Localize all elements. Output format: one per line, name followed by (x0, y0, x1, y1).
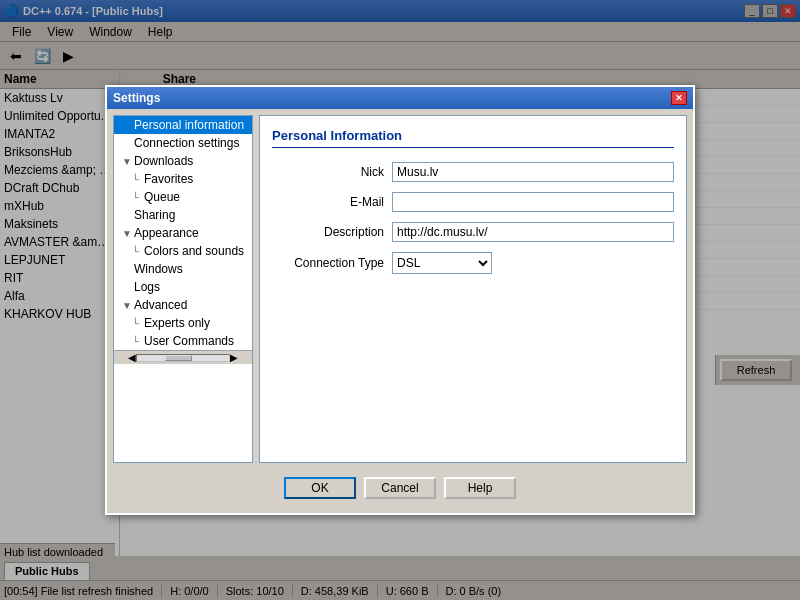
scroll-left-arrow[interactable]: ◀ (128, 352, 136, 363)
tree-item-personal-info[interactable]: Personal information (114, 116, 252, 134)
expand-icon: └ (132, 246, 142, 257)
tree-item-connection-settings[interactable]: Connection settings (114, 134, 252, 152)
email-row: E-Mail (272, 192, 674, 212)
settings-tree: Personal information Connection settings… (113, 115, 253, 463)
dialog-title: Settings (113, 91, 160, 105)
email-label: E-Mail (272, 195, 392, 209)
tree-label: Colors and sounds (144, 244, 244, 258)
section-title: Personal Information (272, 128, 674, 148)
tree-item-queue[interactable]: └ Queue (114, 188, 252, 206)
tree-item-colors-sounds[interactable]: └ Colors and sounds (114, 242, 252, 260)
tree-label: Advanced (134, 298, 187, 312)
modal-overlay: Settings ✕ Personal information Connecti… (0, 0, 800, 600)
scrollbar-track[interactable] (136, 354, 230, 362)
expand-icon: └ (132, 192, 142, 203)
expand-icon: └ (132, 174, 142, 185)
tree-item-logs[interactable]: Logs (114, 278, 252, 296)
ok-button[interactable]: OK (284, 477, 356, 499)
tree-label: Appearance (134, 226, 199, 240)
connection-type-row: Connection Type DSL Modem Cable Satellit… (272, 252, 674, 274)
expand-icon: ▼ (122, 156, 132, 167)
dialog-close-button[interactable]: ✕ (671, 91, 687, 105)
cancel-button[interactable]: Cancel (364, 477, 436, 499)
tree-item-appearance[interactable]: ▼ Appearance (114, 224, 252, 242)
nick-input[interactable] (392, 162, 674, 182)
tree-item-windows[interactable]: Windows (114, 260, 252, 278)
expand-icon: └ (132, 318, 142, 329)
tree-label: Windows (134, 262, 183, 276)
tree-label: Experts only (144, 316, 210, 330)
tree-label: Favorites (144, 172, 193, 186)
tree-label: User Commands (144, 334, 234, 348)
dialog-title-bar: Settings ✕ (107, 87, 693, 109)
email-input[interactable] (392, 192, 674, 212)
expand-icon: ▼ (122, 300, 132, 311)
help-button[interactable]: Help (444, 477, 516, 499)
settings-content: Personal Information Nick E-Mail Descrip… (259, 115, 687, 463)
expand-icon: └ (132, 336, 142, 347)
nick-row: Nick (272, 162, 674, 182)
tree-item-user-commands[interactable]: └ User Commands (114, 332, 252, 350)
connection-type-select[interactable]: DSL Modem Cable Satellite LAN(T1) LAN(T3… (392, 252, 492, 274)
scrollbar-thumb[interactable] (165, 355, 193, 361)
scroll-right-arrow[interactable]: ▶ (230, 352, 238, 363)
description-row: Description (272, 222, 674, 242)
tree-label: Personal information (134, 118, 244, 132)
description-label: Description (272, 225, 392, 239)
tree-label: Sharing (134, 208, 175, 222)
expand-icon: ▼ (122, 228, 132, 239)
tree-label: Logs (134, 280, 160, 294)
tree-item-downloads[interactable]: ▼ Downloads (114, 152, 252, 170)
nick-label: Nick (272, 165, 392, 179)
tree-item-experts-only[interactable]: └ Experts only (114, 314, 252, 332)
tree-item-favorites[interactable]: └ Favorites (114, 170, 252, 188)
connection-type-label: Connection Type (272, 256, 392, 270)
dialog-buttons: OK Cancel Help (107, 469, 693, 511)
tree-label: Downloads (134, 154, 193, 168)
tree-item-advanced[interactable]: ▼ Advanced (114, 296, 252, 314)
tree-label: Connection settings (134, 136, 239, 150)
settings-dialog: Settings ✕ Personal information Connecti… (105, 85, 695, 515)
dialog-body: Personal information Connection settings… (107, 109, 693, 469)
tree-scrollbar[interactable]: ◀ ▶ (114, 350, 252, 364)
description-input[interactable] (392, 222, 674, 242)
tree-label: Queue (144, 190, 180, 204)
tree-item-sharing[interactable]: Sharing (114, 206, 252, 224)
